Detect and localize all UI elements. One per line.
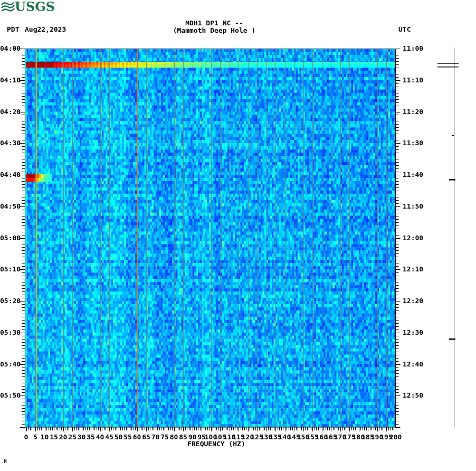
pdt-time-label: 05:50 [0, 391, 20, 399]
usgs-logo-text: USGS [15, 0, 55, 14]
utc-time-label: 11:20 [403, 108, 427, 116]
station-subtitle: (Mammoth Deep Hole ) [0, 26, 429, 34]
freq-tick-label: 200 [388, 433, 404, 441]
utc-time-label: 12:20 [403, 297, 427, 305]
pdt-time-label: 04:20 [0, 108, 20, 116]
pdt-time-label: 05:10 [0, 265, 20, 273]
pdt-time-label: 05:20 [0, 297, 20, 305]
utc-time-label: 12:50 [403, 391, 427, 399]
spectrogram-page: USGS PDT Aug22,2023 MDH1 DP1 NC -- (Mamm… [0, 0, 476, 471]
pdt-time-label: 04:10 [0, 76, 20, 84]
utc-time-label: 11:30 [403, 139, 427, 147]
pdt-time-label: 04:40 [0, 171, 20, 178]
pdt-time-label: 05:40 [0, 360, 20, 368]
utc-time-label: 11:40 [403, 171, 427, 178]
pdt-time-label: 04:30 [0, 139, 20, 147]
utc-time-label: 12:00 [403, 234, 427, 242]
pdt-time-label: 05:00 [0, 234, 20, 242]
utc-time-label: 11:50 [403, 202, 427, 210]
pdt-time-label: 04:00 [0, 44, 20, 52]
pdt-time-label: 04:50 [0, 202, 20, 210]
watermark-text: .M [2, 459, 7, 464]
utc-time-label: 12:10 [403, 265, 427, 273]
station-title: MDH1 DP1 NC -- [0, 19, 429, 27]
timezone-right-label: UTC [398, 25, 411, 33]
usgs-wave-icon [1, 1, 15, 13]
utc-time-label: 12:40 [403, 360, 427, 368]
utc-time-label: 12:30 [403, 328, 427, 336]
pdt-time-label: 05:30 [0, 328, 20, 336]
utc-time-label: 11:00 [403, 44, 427, 52]
x-axis-title: FREQUENCY (HZ) [164, 440, 269, 448]
utc-time-label: 11:10 [403, 76, 427, 84]
usgs-logo: USGS [1, 0, 55, 14]
